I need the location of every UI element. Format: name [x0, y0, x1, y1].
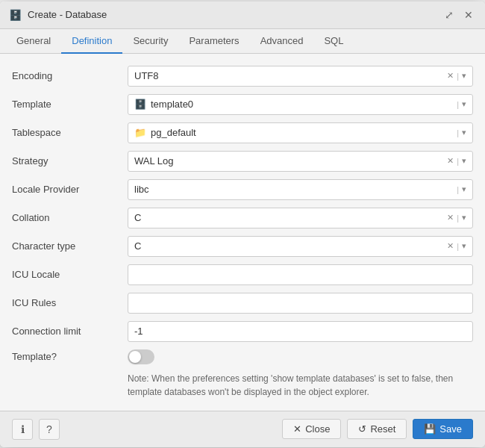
character-type-clear-icon[interactable]: ✕: [447, 241, 454, 251]
tablespace-value: 📁 pg_default: [134, 127, 457, 138]
collation-controls: ✕ | ▾: [447, 213, 466, 223]
tablespace-dropdown-icon[interactable]: ▾: [462, 128, 466, 137]
close-label: Close: [305, 423, 330, 435]
save-label: Save: [439, 423, 462, 435]
tablespace-folder-icon: 📁: [134, 127, 146, 138]
encoding-label: Encoding: [12, 70, 128, 81]
encoding-row: Encoding UTF8 ✕ | ▾: [12, 66, 473, 87]
template-dropdown-icon[interactable]: ▾: [462, 99, 466, 109]
icu-locale-row: ICU Locale: [12, 264, 473, 285]
template-toggle-row: Template?: [12, 349, 473, 364]
connection-limit-input[interactable]: -1: [128, 321, 473, 342]
character-type-input[interactable]: C ✕ | ▾: [128, 236, 473, 257]
locale-provider-label: Locale Provider: [12, 184, 128, 195]
tab-advanced[interactable]: Advanced: [250, 29, 314, 54]
icu-rules-row: ICU Rules: [12, 293, 473, 314]
template-note: Note: When the preferences setting 'show…: [128, 372, 473, 399]
save-icon: 💾: [424, 423, 436, 435]
icu-locale-input[interactable]: [128, 264, 473, 285]
reset-icon: ↺: [358, 423, 366, 435]
tab-security[interactable]: Security: [122, 29, 178, 54]
locale-provider-control: libc | ▾: [128, 179, 473, 200]
icu-locale-label: ICU Locale: [12, 269, 128, 280]
info-button[interactable]: ℹ: [12, 419, 33, 440]
dialog-icon: 🗄️: [9, 9, 22, 21]
collation-label: Collation: [12, 212, 128, 223]
template-input[interactable]: 🗄️ template0 | ▾: [128, 94, 473, 115]
tablespace-row: Tablespace 📁 pg_default | ▾: [12, 122, 473, 143]
icu-rules-input[interactable]: [128, 293, 473, 314]
tablespace-input[interactable]: 📁 pg_default | ▾: [128, 122, 473, 143]
encoding-dropdown-icon[interactable]: ▾: [462, 71, 466, 81]
strategy-clear-icon[interactable]: ✕: [447, 156, 454, 166]
tab-definition[interactable]: Definition: [61, 29, 122, 54]
save-button[interactable]: 💾 Save: [413, 419, 473, 439]
footer-left: ℹ ?: [12, 419, 60, 440]
collation-input[interactable]: C ✕ | ▾: [128, 208, 473, 228]
template-toggle-label: Template?: [12, 351, 128, 362]
tab-parameters[interactable]: Parameters: [178, 29, 249, 54]
character-type-label: Character type: [12, 240, 128, 252]
tab-bar: General Definition Security Parameters A…: [0, 29, 485, 54]
icu-rules-label: ICU Rules: [12, 297, 128, 308]
strategy-value: WAL Log: [134, 155, 447, 167]
strategy-control: WAL Log ✕ | ▾: [128, 151, 473, 172]
encoding-control: UTF8 ✕ | ▾: [128, 66, 473, 87]
dialog-title: Create - Database: [28, 9, 436, 20]
strategy-input[interactable]: WAL Log ✕ | ▾: [128, 151, 473, 172]
template-toggle[interactable]: [128, 349, 154, 364]
reset-label: Reset: [370, 423, 395, 435]
template-row: Template 🗄️ template0 | ▾: [12, 94, 473, 115]
template-toggle-control: [128, 349, 473, 364]
locale-provider-controls: | ▾: [457, 184, 466, 194]
template-control: 🗄️ template0 | ▾: [128, 94, 473, 115]
titlebar-controls: ⤢ ✕: [442, 7, 476, 22]
create-database-dialog: 🗄️ Create - Database ⤢ ✕ General Definit…: [0, 1, 485, 447]
tab-general[interactable]: General: [6, 29, 61, 54]
close-button[interactable]: ✕ Close: [282, 419, 341, 439]
collation-dropdown-icon[interactable]: ▾: [462, 213, 466, 223]
character-type-control: C ✕ | ▾: [128, 236, 473, 257]
footer: ℹ ? ✕ Close ↺ Reset 💾 Save: [0, 411, 485, 447]
reset-button[interactable]: ↺ Reset: [347, 419, 407, 439]
close-icon: ✕: [293, 423, 301, 435]
icu-locale-control: [128, 264, 473, 285]
titlebar: 🗄️ Create - Database ⤢ ✕: [0, 1, 485, 29]
encoding-controls: ✕ | ▾: [447, 71, 466, 81]
strategy-label: Strategy: [12, 155, 128, 167]
encoding-value: UTF8: [134, 70, 447, 81]
encoding-input[interactable]: UTF8 ✕ | ▾: [128, 66, 473, 87]
strategy-row: Strategy WAL Log ✕ | ▾: [12, 151, 473, 172]
encoding-clear-icon[interactable]: ✕: [447, 71, 454, 81]
template-label: Template: [12, 99, 128, 110]
template-controls: | ▾: [457, 99, 466, 109]
connection-limit-control: -1: [128, 321, 473, 342]
template-value: 🗄️ template0: [134, 99, 457, 110]
connection-limit-value: -1: [134, 326, 466, 337]
form-content: Encoding UTF8 ✕ | ▾ Template 🗄️: [0, 54, 485, 411]
collation-row: Collation C ✕ | ▾: [12, 208, 473, 228]
locale-provider-input[interactable]: libc | ▾: [128, 179, 473, 200]
tab-sql[interactable]: SQL: [313, 29, 354, 54]
tablespace-control: 📁 pg_default | ▾: [128, 122, 473, 143]
help-button[interactable]: ?: [39, 419, 60, 440]
collation-value: C: [134, 212, 447, 223]
character-type-dropdown-icon[interactable]: ▾: [462, 241, 466, 251]
locale-provider-dropdown-icon[interactable]: ▾: [462, 184, 466, 194]
strategy-dropdown-icon[interactable]: ▾: [462, 156, 466, 166]
template-db-icon: 🗄️: [134, 99, 146, 110]
character-type-row: Character type C ✕ | ▾: [12, 236, 473, 257]
connection-limit-label: Connection limit: [12, 326, 128, 337]
close-window-button[interactable]: ✕: [461, 7, 476, 22]
collation-control: C ✕ | ▾: [128, 208, 473, 228]
tablespace-controls: | ▾: [457, 128, 466, 137]
character-type-value: C: [134, 240, 447, 252]
expand-button[interactable]: ⤢: [442, 7, 457, 22]
connection-limit-row: Connection limit -1: [12, 321, 473, 342]
locale-provider-value: libc: [134, 184, 457, 195]
icu-rules-control: [128, 293, 473, 314]
collation-clear-icon[interactable]: ✕: [447, 213, 454, 223]
character-type-controls: ✕ | ▾: [447, 241, 466, 251]
tablespace-label: Tablespace: [12, 127, 128, 138]
footer-right: ✕ Close ↺ Reset 💾 Save: [282, 419, 473, 439]
